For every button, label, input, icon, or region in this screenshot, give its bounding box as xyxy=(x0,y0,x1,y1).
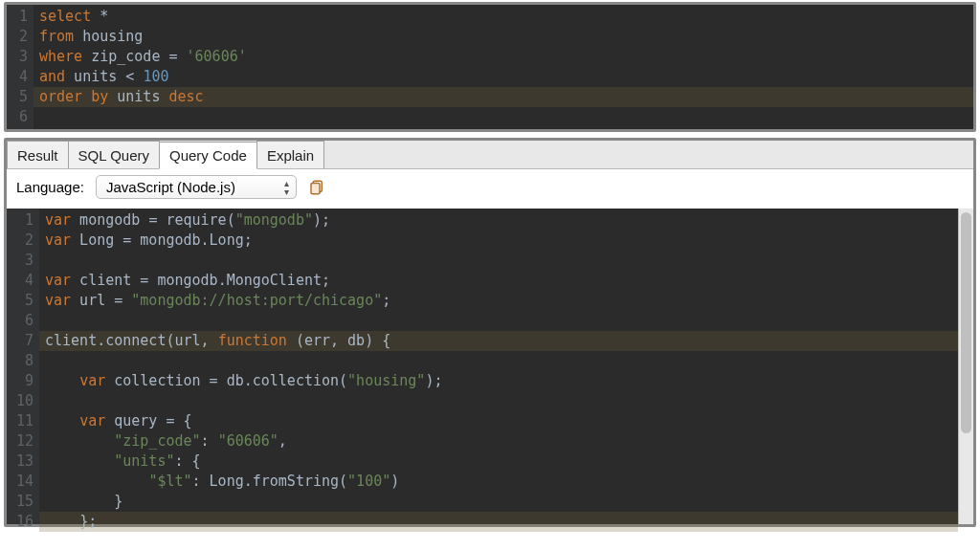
token-ident: mongodb xyxy=(148,272,217,289)
vertical-scrollbar[interactable] xyxy=(958,209,973,524)
token-paren: ) xyxy=(313,211,322,229)
code-line[interactable]: "units": { xyxy=(45,451,952,472)
token-ident xyxy=(287,332,296,349)
token-ident: client xyxy=(45,332,97,349)
token-ident: client xyxy=(71,272,140,289)
token-ident: Long xyxy=(71,231,122,249)
token-op: . xyxy=(218,272,227,289)
token-kw: desc xyxy=(168,88,203,105)
code-line[interactable]: var url = "mongodb://host:port/chicago"; xyxy=(45,291,952,311)
token-ident: url xyxy=(71,292,114,309)
token-op: ; xyxy=(382,292,390,309)
token-ident: units xyxy=(108,88,168,105)
line-number: 15 xyxy=(14,492,33,512)
language-select[interactable]: JavaScript (Node.js) xyxy=(96,175,297,199)
code-line[interactable]: and units < 100 xyxy=(39,67,968,87)
js-code-area[interactable]: var mongodb = require("mongodb");var Lon… xyxy=(39,209,958,524)
code-line[interactable] xyxy=(39,107,968,127)
token-op: ; xyxy=(322,272,330,289)
tab-query-code[interactable]: Query Code xyxy=(159,142,257,169)
token-str: "$lt" xyxy=(148,473,191,490)
sql-code-area[interactable]: select *from housingwhere zip_code = '60… xyxy=(33,5,973,129)
code-line[interactable] xyxy=(45,351,952,371)
token-kw: select xyxy=(39,8,91,25)
code-line[interactable] xyxy=(45,251,952,271)
code-line[interactable]: where zip_code = '60606' xyxy=(39,47,968,67)
token-op: ; xyxy=(322,211,330,229)
tab-explain[interactable]: Explain xyxy=(256,141,324,168)
line-number: 1 xyxy=(14,210,33,231)
code-line[interactable]: var client = mongodb.MongoClient; xyxy=(45,271,952,291)
line-number: 14 xyxy=(14,472,33,492)
token-ident xyxy=(45,432,114,450)
line-number: 4 xyxy=(14,67,28,87)
token-op: : xyxy=(192,473,210,490)
code-line[interactable]: client.connect(url, function (err, db) { xyxy=(45,331,952,351)
token-ident: collection xyxy=(105,372,209,389)
svg-rect-1 xyxy=(311,183,320,193)
token-ident: err xyxy=(304,332,330,349)
code-line[interactable]: }; xyxy=(45,512,952,532)
token-op: = xyxy=(122,231,131,249)
code-line[interactable] xyxy=(45,311,952,331)
code-line[interactable]: from housing xyxy=(39,27,968,47)
sql-gutter: 123456 xyxy=(7,5,33,129)
token-paren: ( xyxy=(339,372,347,389)
token-str: "zip_code" xyxy=(114,432,200,450)
js-gutter: 12345678910111213141516 xyxy=(7,209,39,524)
token-op: ; xyxy=(88,513,97,530)
token-paren: ( xyxy=(296,332,304,349)
token-op: ; xyxy=(244,231,253,249)
token-op: : xyxy=(201,432,218,450)
token-ident: zip_code xyxy=(82,48,168,65)
token-op: . xyxy=(244,473,253,490)
token-paren: ( xyxy=(227,211,235,229)
token-op: . xyxy=(201,231,210,249)
token-op: = xyxy=(114,292,122,309)
language-row: Language: JavaScript (Node.js) ▴▾ xyxy=(7,169,973,209)
token-str: "mongodb" xyxy=(235,211,313,229)
token-op: < xyxy=(125,68,143,85)
token-ident xyxy=(45,473,148,490)
token-paren: { xyxy=(192,452,201,470)
token-paren: ( xyxy=(339,473,347,490)
token-ident: query xyxy=(105,412,166,429)
code-line[interactable] xyxy=(45,391,952,411)
token-paren: ) xyxy=(390,473,399,490)
code-line[interactable]: var mongodb = require("mongodb"); xyxy=(45,210,952,231)
code-line[interactable]: var Long = mongodb.Long; xyxy=(45,231,952,251)
code-line[interactable]: "zip_code": "60606", xyxy=(45,431,952,451)
line-number: 3 xyxy=(14,251,33,271)
line-number: 8 xyxy=(14,351,33,371)
line-number: 7 xyxy=(14,331,33,351)
code-line[interactable]: "$lt": Long.fromString("100") xyxy=(45,472,952,492)
language-label: Language: xyxy=(16,179,84,195)
token-op: = xyxy=(168,48,186,65)
scroll-thumb[interactable] xyxy=(961,212,971,433)
code-line[interactable]: select * xyxy=(39,7,968,27)
token-ident: mongodb xyxy=(71,211,148,229)
query-code-editor[interactable]: 12345678910111213141516 var mongodb = re… xyxy=(7,209,958,524)
token-ident xyxy=(45,513,79,530)
token-ident: db xyxy=(218,372,244,389)
line-number: 12 xyxy=(14,431,33,451)
code-line[interactable]: order by units desc xyxy=(39,87,968,107)
token-str: '60606' xyxy=(187,48,247,65)
line-number: 2 xyxy=(14,27,28,47)
tabs-bar: ResultSQL QueryQuery CodeExplain xyxy=(7,141,973,169)
code-line[interactable]: var query = { xyxy=(45,411,952,431)
token-op: , xyxy=(201,332,218,349)
tab-sql-query[interactable]: SQL Query xyxy=(68,141,160,168)
code-line[interactable]: var collection = db.collection("housing"… xyxy=(45,371,952,391)
token-kw: var xyxy=(79,412,105,429)
token-kw: var xyxy=(45,211,71,229)
copy-to-clipboard-icon[interactable] xyxy=(308,179,325,196)
tab-result[interactable]: Result xyxy=(7,141,69,168)
token-kw: var xyxy=(79,372,105,389)
sql-editor[interactable]: 123456 select *from housingwhere zip_cod… xyxy=(7,5,973,129)
token-op: . xyxy=(97,332,105,349)
code-line[interactable]: } xyxy=(45,492,952,512)
token-paren: } xyxy=(114,493,122,510)
token-ident xyxy=(45,493,114,510)
token-op: , xyxy=(278,432,287,450)
